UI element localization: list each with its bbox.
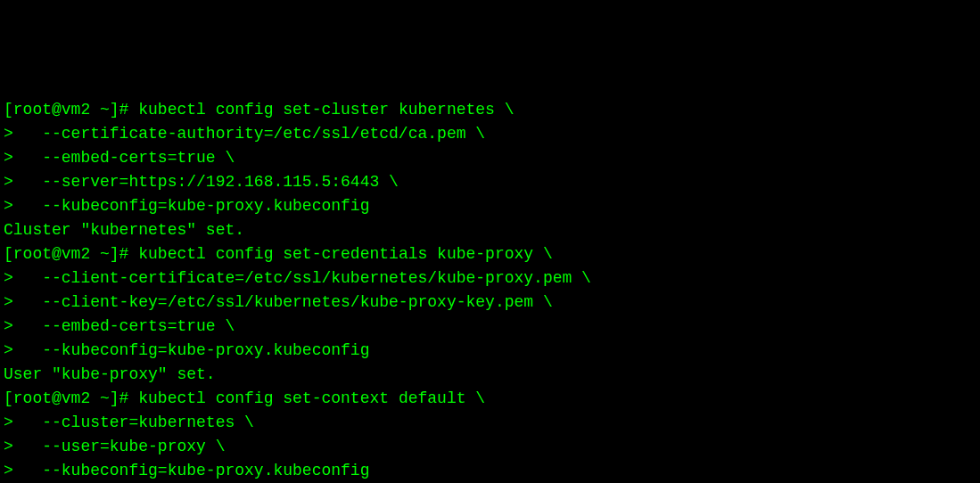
shell-prompt: [root@vm2 ~]#: [4, 245, 138, 263]
terminal-line: > --embed-certs=true \: [4, 146, 976, 170]
terminal-line: [root@vm2 ~]# kubectl config set-cluster…: [4, 98, 976, 122]
terminal-line: > --client-key=/etc/ssl/kubernetes/kube-…: [4, 291, 976, 315]
terminal-line: > --client-certificate=/etc/ssl/kubernet…: [4, 266, 976, 291]
shell-prompt: [root@vm2 ~]#: [4, 101, 138, 119]
output-line: Cluster "kubernetes" set.: [4, 218, 976, 242]
terminal-line: > --kubeconfig=kube-proxy.kubeconfig: [4, 339, 976, 363]
terminal-line: > --kubeconfig=kube-proxy.kubeconfig: [4, 194, 976, 218]
terminal-line: > --kubeconfig=kube-proxy.kubeconfig: [4, 459, 976, 483]
output-line: User "kube-proxy" set.: [4, 363, 976, 387]
command-text: kubectl config set-credentials kube-prox…: [138, 245, 552, 263]
terminal-line: > --certificate-authority=/etc/ssl/etcd/…: [4, 122, 976, 146]
terminal-line: > --embed-certs=true \: [4, 315, 976, 339]
shell-prompt: [root@vm2 ~]#: [4, 389, 138, 407]
terminal-line: > --server=https://192.168.115.5:6443 \: [4, 170, 976, 194]
terminal-line: [root@vm2 ~]# kubectl config set-credent…: [4, 242, 976, 266]
terminal-output[interactable]: [root@vm2 ~]# kubectl config set-cluster…: [4, 98, 976, 483]
terminal-line: > --user=kube-proxy \: [4, 435, 976, 459]
command-text: kubectl config set-context default \: [138, 389, 485, 407]
terminal-line: > --cluster=kubernetes \: [4, 411, 976, 435]
terminal-line: [root@vm2 ~]# kubectl config set-context…: [4, 387, 976, 411]
command-text: kubectl config set-cluster kubernetes \: [138, 101, 514, 119]
